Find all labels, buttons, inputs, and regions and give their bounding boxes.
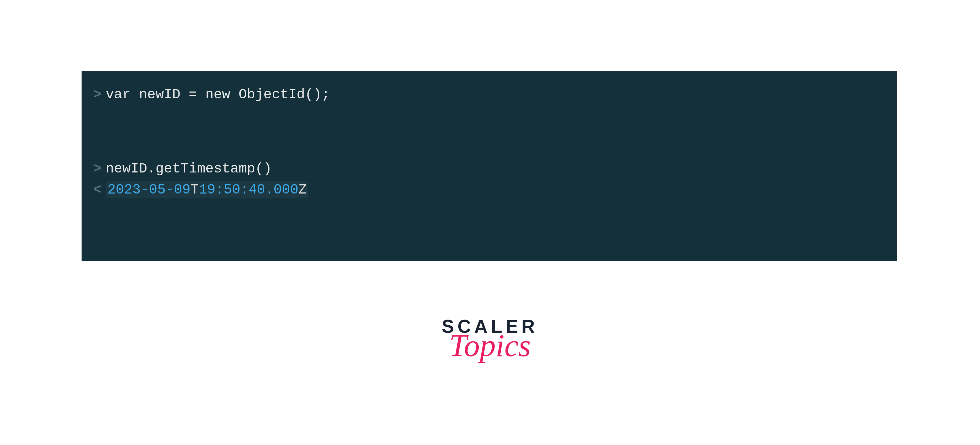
logo-topics-text: Topics xyxy=(442,331,538,360)
minute-value: 50 xyxy=(224,182,240,198)
prompt-out-icon: < xyxy=(93,182,102,198)
timestamp-output: 2023-05-09T19:50:40.000Z xyxy=(106,182,309,198)
output-line: < 2023-05-09T19:50:40.000Z xyxy=(93,182,886,198)
second-value: 40 xyxy=(249,182,266,198)
dot: . xyxy=(265,182,274,198)
spacer xyxy=(93,107,886,159)
code-line-1: var newID = new ObjectId(); xyxy=(106,85,330,104)
ms-value: 000 xyxy=(274,182,298,198)
input-line-1: > var newID = new ObjectId(); xyxy=(93,85,886,104)
t-separator: T xyxy=(191,182,199,198)
input-line-2: > newID.getTimestamp() xyxy=(93,159,886,179)
scaler-topics-logo: SCALER Topics xyxy=(442,317,538,360)
code-line-2: newID.getTimestamp() xyxy=(106,159,272,179)
hour-value: 19 xyxy=(199,182,216,198)
terminal-console[interactable]: > var newID = new ObjectId(); > newID.ge… xyxy=(81,71,897,261)
date-value: 2023-05-09 xyxy=(108,182,191,198)
prompt-in-icon: > xyxy=(93,85,102,104)
colon-1: : xyxy=(215,182,224,198)
colon-2: : xyxy=(240,182,249,198)
z-suffix: Z xyxy=(298,182,307,198)
prompt-in-icon: > xyxy=(93,159,102,179)
